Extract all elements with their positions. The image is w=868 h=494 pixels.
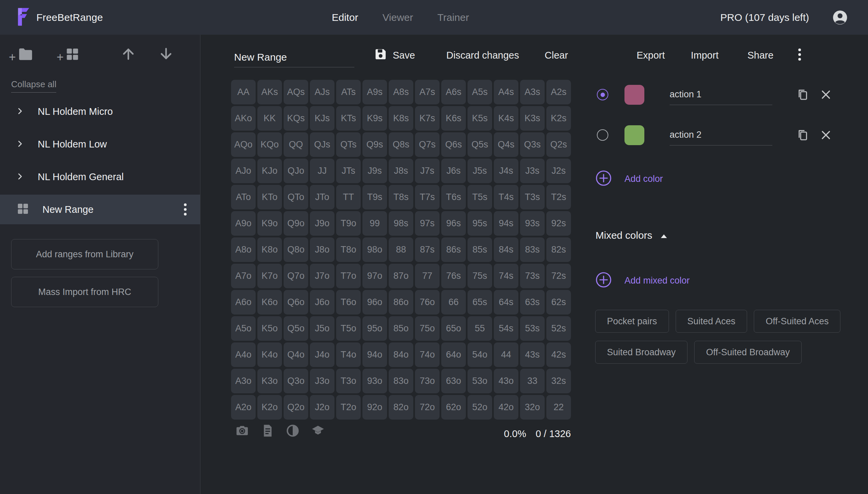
hand-cell-J3s[interactable]: J3s	[520, 158, 545, 183]
hand-cell-A9s[interactable]: A9s	[362, 80, 387, 104]
hand-cell-QTs[interactable]: QTs	[336, 132, 361, 157]
hand-cell-J9o[interactable]: J9o	[310, 211, 335, 236]
hand-cell-QTo[interactable]: QTo	[284, 185, 308, 209]
hand-cell-84s[interactable]: 84s	[494, 238, 518, 262]
hand-cell-A6s[interactable]: A6s	[441, 80, 466, 104]
hand-cell-Q5s[interactable]: Q5s	[468, 132, 492, 157]
hand-cell-J6o[interactable]: J6o	[310, 290, 335, 315]
hand-cell-T8s[interactable]: T8s	[389, 185, 413, 209]
hand-cell-QJs[interactable]: QJs	[310, 132, 335, 157]
save-button[interactable]: Save	[374, 47, 415, 63]
hand-cell-J4s[interactable]: J4s	[494, 158, 518, 183]
hand-cell-53o[interactable]: 53o	[468, 369, 492, 393]
hand-cell-66[interactable]: 66	[441, 290, 466, 315]
hand-cell-KQs[interactable]: KQs	[284, 106, 308, 131]
hand-cell-QJo[interactable]: QJo	[284, 158, 308, 183]
move-down-button[interactable]	[158, 46, 174, 63]
hand-cell-44[interactable]: 44	[494, 342, 518, 367]
hand-cell-K7o[interactable]: K7o	[257, 264, 282, 288]
hand-cell-K9o[interactable]: K9o	[257, 211, 282, 236]
hand-cell-J8s[interactable]: J8s	[389, 158, 413, 183]
contrast-icon[interactable]	[286, 424, 300, 438]
hand-cell-99[interactable]: 99	[362, 211, 387, 236]
hand-cell-K3o[interactable]: K3o	[257, 369, 282, 393]
tab-editor[interactable]: Editor	[332, 12, 358, 23]
preset-off-suited-broadway-button[interactable]: Off-Suited Broadway	[694, 341, 801, 364]
hand-cell-K8s[interactable]: K8s	[389, 106, 413, 131]
hand-cell-K7s[interactable]: K7s	[415, 106, 439, 131]
hand-cell-74s[interactable]: 74s	[494, 264, 518, 288]
hand-cell-Q3o[interactable]: Q3o	[284, 369, 308, 393]
text-view-icon[interactable]	[260, 424, 275, 438]
hand-cell-J2o[interactable]: J2o	[310, 395, 335, 420]
hand-cell-54o[interactable]: 54o	[468, 342, 492, 367]
hand-cell-K2o[interactable]: K2o	[257, 395, 282, 420]
hand-cell-43o[interactable]: 43o	[494, 369, 518, 393]
mass-import-from-hrc-button[interactable]: Mass Import from HRC	[11, 277, 158, 307]
hand-cell-Q2o[interactable]: Q2o	[284, 395, 308, 420]
hand-cell-Q8o[interactable]: Q8o	[284, 238, 308, 262]
hand-cell-72o[interactable]: 72o	[415, 395, 439, 420]
hand-cell-T3o[interactable]: T3o	[336, 369, 361, 393]
hand-cell-J8o[interactable]: J8o	[310, 238, 335, 262]
preset-suited-broadway-button[interactable]: Suited Broadway	[595, 341, 687, 364]
hand-cell-J7s[interactable]: J7s	[415, 158, 439, 183]
copy-action-icon[interactable]	[796, 88, 810, 102]
hand-cell-K4o[interactable]: K4o	[257, 342, 282, 367]
action-color-swatch[interactable]	[624, 125, 644, 145]
hand-cell-84o[interactable]: 84o	[389, 342, 413, 367]
hand-cell-J2s[interactable]: J2s	[546, 158, 571, 183]
hand-cell-A3s[interactable]: A3s	[520, 80, 545, 104]
hand-cell-KTs[interactable]: KTs	[336, 106, 361, 131]
collapse-all-link[interactable]: Collapse all	[11, 79, 56, 93]
hand-cell-T9o[interactable]: T9o	[336, 211, 361, 236]
hand-cell-K5o[interactable]: K5o	[257, 316, 282, 341]
sidebar-folder-item[interactable]: NL Holdem Micro	[0, 95, 201, 128]
hand-cell-KK[interactable]: KK	[257, 106, 282, 131]
hand-cell-82s[interactable]: 82s	[546, 238, 571, 262]
hand-cell-76s[interactable]: 76s	[441, 264, 466, 288]
hand-cell-K8o[interactable]: K8o	[257, 238, 282, 262]
hand-cell-A2s[interactable]: A2s	[546, 80, 571, 104]
account-icon[interactable]	[832, 9, 848, 26]
hand-cell-T9s[interactable]: T9s	[362, 185, 387, 209]
hand-cell-ATo[interactable]: ATo	[231, 185, 256, 209]
hand-cell-Q3s[interactable]: Q3s	[520, 132, 545, 157]
action-radio[interactable]	[597, 129, 608, 141]
more-options-icon[interactable]	[796, 46, 803, 63]
hand-cell-Q6s[interactable]: Q6s	[441, 132, 466, 157]
hand-cell-87o[interactable]: 87o	[389, 264, 413, 288]
hand-cell-94s[interactable]: 94s	[494, 211, 518, 236]
hand-cell-64s[interactable]: 64s	[494, 290, 518, 315]
hand-cell-77[interactable]: 77	[415, 264, 439, 288]
hand-cell-63o[interactable]: 63o	[441, 369, 466, 393]
training-icon[interactable]	[311, 424, 325, 438]
hand-cell-73s[interactable]: 73s	[520, 264, 545, 288]
hand-cell-65s[interactable]: 65s	[468, 290, 492, 315]
add-range-button[interactable]: +	[57, 48, 79, 62]
hand-cell-75s[interactable]: 75s	[468, 264, 492, 288]
action-color-swatch[interactable]	[624, 85, 644, 105]
hand-cell-KTo[interactable]: KTo	[257, 185, 282, 209]
hand-cell-A9o[interactable]: A9o	[231, 211, 256, 236]
hand-cell-T7s[interactable]: T7s	[415, 185, 439, 209]
hand-cell-97o[interactable]: 97o	[362, 264, 387, 288]
hand-cell-Q6o[interactable]: Q6o	[284, 290, 308, 315]
hand-cell-82o[interactable]: 82o	[389, 395, 413, 420]
hand-cell-T2o[interactable]: T2o	[336, 395, 361, 420]
hand-cell-A6o[interactable]: A6o	[231, 290, 256, 315]
hand-cell-93o[interactable]: 93o	[362, 369, 387, 393]
hand-cell-Q4s[interactable]: Q4s	[494, 132, 518, 157]
hand-cell-62o[interactable]: 62o	[441, 395, 466, 420]
hand-cell-A3o[interactable]: A3o	[231, 369, 256, 393]
hand-cell-A4s[interactable]: A4s	[494, 80, 518, 104]
hand-cell-42s[interactable]: 42s	[546, 342, 571, 367]
hand-cell-KQo[interactable]: KQo	[257, 132, 282, 157]
add-color-button[interactable]: Add color	[596, 170, 663, 188]
hand-cell-86o[interactable]: 86o	[389, 290, 413, 315]
hand-cell-K3s[interactable]: K3s	[520, 106, 545, 131]
hand-cell-KJs[interactable]: KJs	[310, 106, 335, 131]
range-menu-icon[interactable]	[182, 202, 189, 217]
hand-cell-J6s[interactable]: J6s	[441, 158, 466, 183]
hand-cell-T8o[interactable]: T8o	[336, 238, 361, 262]
